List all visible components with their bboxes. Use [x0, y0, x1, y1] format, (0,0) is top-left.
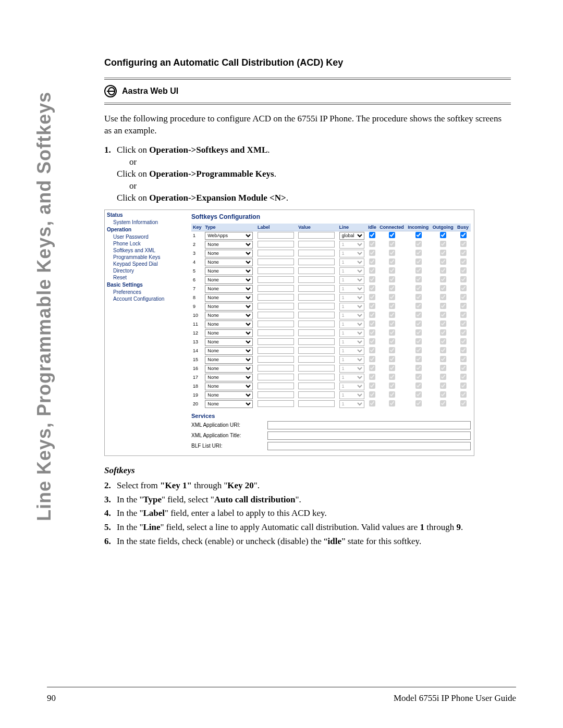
type-select[interactable]: None [205, 303, 253, 311]
outgoing-checkbox[interactable] [440, 320, 446, 327]
label-input[interactable] [258, 400, 294, 407]
outgoing-checkbox[interactable] [440, 285, 446, 291]
outgoing-checkbox[interactable] [440, 303, 446, 309]
incoming-checkbox[interactable] [415, 338, 422, 344]
sidebar-item-phone-lock[interactable]: Phone Lock [107, 240, 186, 247]
outgoing-checkbox[interactable] [440, 400, 446, 406]
busy-checkbox[interactable] [460, 391, 467, 398]
outgoing-checkbox[interactable] [440, 365, 446, 371]
sidebar-item-keypad-speed-dial[interactable]: Keypad Speed Dial [107, 261, 186, 267]
line-select[interactable]: 1 [339, 347, 364, 355]
busy-checkbox[interactable] [460, 250, 467, 256]
connected-checkbox[interactable] [389, 347, 395, 353]
line-select[interactable]: 1 [339, 320, 364, 328]
busy-checkbox[interactable] [460, 241, 467, 247]
service-input[interactable] [267, 421, 471, 429]
line-select[interactable]: global [339, 232, 364, 240]
type-select[interactable]: None [205, 347, 253, 355]
label-input[interactable] [258, 320, 294, 327]
connected-checkbox[interactable] [389, 267, 395, 274]
connected-checkbox[interactable] [389, 241, 395, 247]
busy-checkbox[interactable] [460, 374, 467, 380]
line-select[interactable]: 1 [339, 276, 364, 284]
connected-checkbox[interactable] [389, 303, 395, 309]
connected-checkbox[interactable] [389, 312, 395, 318]
sidebar-item-account-configuration[interactable]: Account Configuration [107, 295, 186, 302]
incoming-checkbox[interactable] [415, 391, 422, 398]
value-input[interactable] [298, 267, 335, 274]
incoming-checkbox[interactable] [415, 303, 422, 309]
value-input[interactable] [298, 338, 335, 345]
value-input[interactable] [298, 232, 335, 239]
type-select[interactable]: None [205, 400, 253, 408]
value-input[interactable] [298, 320, 335, 327]
sidebar-item-reset[interactable]: Reset [107, 274, 186, 281]
line-select[interactable]: 1 [339, 356, 364, 364]
type-select[interactable]: None [205, 258, 253, 266]
line-select[interactable]: 1 [339, 294, 364, 302]
value-input[interactable] [298, 285, 335, 292]
line-select[interactable]: 1 [339, 374, 364, 381]
busy-checkbox[interactable] [460, 267, 467, 274]
outgoing-checkbox[interactable] [440, 329, 446, 336]
value-input[interactable] [298, 382, 335, 389]
label-input[interactable] [258, 329, 294, 336]
sidebar-item-user-password[interactable]: User Password [107, 233, 186, 240]
value-input[interactable] [298, 276, 335, 283]
type-select[interactable]: None [205, 312, 253, 319]
label-input[interactable] [258, 241, 294, 248]
connected-checkbox[interactable] [389, 338, 395, 344]
incoming-checkbox[interactable] [415, 356, 422, 362]
label-input[interactable] [258, 267, 294, 274]
outgoing-checkbox[interactable] [440, 347, 446, 353]
label-input[interactable] [258, 374, 294, 380]
connected-checkbox[interactable] [389, 329, 395, 336]
line-select[interactable]: 1 [339, 338, 364, 346]
incoming-checkbox[interactable] [415, 232, 422, 238]
value-input[interactable] [298, 347, 335, 354]
idle-checkbox[interactable] [369, 267, 375, 274]
label-input[interactable] [258, 312, 294, 318]
outgoing-checkbox[interactable] [440, 391, 446, 398]
incoming-checkbox[interactable] [415, 285, 422, 291]
busy-checkbox[interactable] [460, 303, 467, 309]
connected-checkbox[interactable] [389, 391, 395, 398]
busy-checkbox[interactable] [460, 365, 467, 371]
sidebar-item-system-information[interactable]: System Information [107, 219, 186, 226]
connected-checkbox[interactable] [389, 285, 395, 291]
label-input[interactable] [258, 347, 294, 354]
busy-checkbox[interactable] [460, 232, 467, 238]
line-select[interactable]: 1 [339, 258, 364, 266]
outgoing-checkbox[interactable] [440, 294, 446, 300]
busy-checkbox[interactable] [460, 320, 467, 327]
incoming-checkbox[interactable] [415, 400, 422, 406]
outgoing-checkbox[interactable] [440, 250, 446, 256]
idle-checkbox[interactable] [369, 391, 375, 398]
idle-checkbox[interactable] [369, 356, 375, 362]
busy-checkbox[interactable] [460, 329, 467, 336]
idle-checkbox[interactable] [369, 374, 375, 380]
line-select[interactable]: 1 [339, 250, 364, 257]
incoming-checkbox[interactable] [415, 320, 422, 327]
idle-checkbox[interactable] [369, 329, 375, 336]
line-select[interactable]: 1 [339, 285, 364, 293]
type-select[interactable]: None [205, 294, 253, 302]
label-input[interactable] [258, 356, 294, 363]
value-input[interactable] [298, 258, 335, 265]
connected-checkbox[interactable] [389, 250, 395, 256]
outgoing-checkbox[interactable] [440, 276, 446, 282]
idle-checkbox[interactable] [369, 258, 375, 265]
line-select[interactable]: 1 [339, 241, 364, 249]
connected-checkbox[interactable] [389, 356, 395, 362]
value-input[interactable] [298, 329, 335, 336]
value-input[interactable] [298, 312, 335, 318]
busy-checkbox[interactable] [460, 294, 467, 300]
value-input[interactable] [298, 365, 335, 372]
outgoing-checkbox[interactable] [440, 382, 446, 389]
outgoing-checkbox[interactable] [440, 258, 446, 265]
idle-checkbox[interactable] [369, 241, 375, 247]
line-select[interactable]: 1 [339, 267, 364, 275]
line-select[interactable]: 1 [339, 312, 364, 319]
sidebar-item-preferences[interactable]: Preferences [107, 289, 186, 295]
line-select[interactable]: 1 [339, 303, 364, 311]
